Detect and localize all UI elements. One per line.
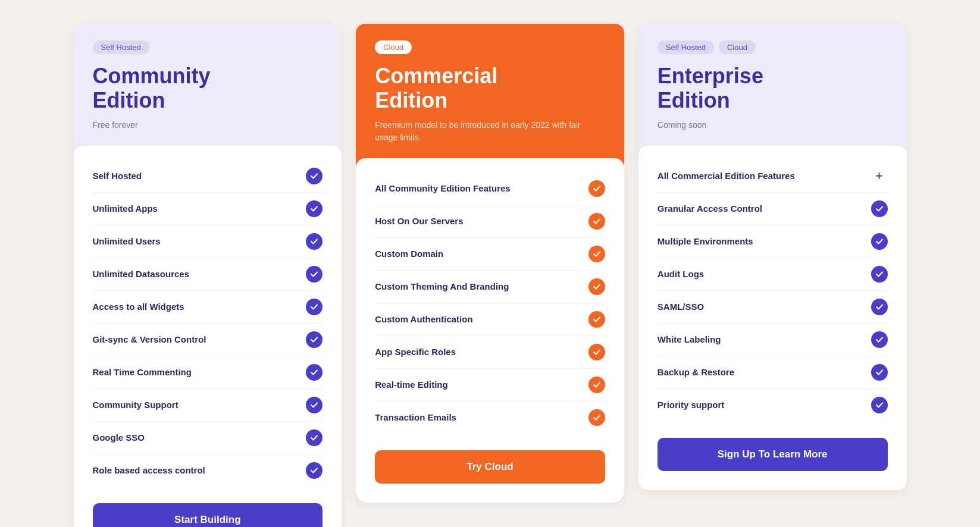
community-subtitle: Free forever: [93, 119, 323, 131]
check-icon: [306, 364, 323, 381]
list-item: White Labeling: [657, 324, 888, 356]
list-item: Host On Our Servers: [375, 205, 605, 238]
enterprise-title: EnterpriseEdition: [657, 64, 888, 113]
commercial-feature-list: All Community Edition Features Host On O…: [375, 172, 605, 434]
commercial-body: All Community Edition Features Host On O…: [356, 158, 624, 503]
enterprise-badge-selfhosted: Self Hosted: [657, 40, 714, 54]
check-icon: [588, 377, 605, 393]
enterprise-feature-list: All Commercial Edition Features + Granul…: [657, 160, 888, 421]
community-body: Self Hosted Unlimited Apps Unlimited Use…: [74, 146, 342, 527]
list-item: Unlimited Users: [93, 225, 323, 258]
list-item: All Community Edition Features: [375, 172, 605, 205]
community-card: Self Hosted CommunityEdition Free foreve…: [74, 24, 342, 527]
check-icon: [306, 462, 323, 479]
commercial-cta-button[interactable]: Try Cloud: [375, 450, 605, 484]
list-item: All Commercial Edition Features +: [657, 160, 888, 193]
list-item: Community Support: [93, 389, 323, 422]
list-item: Self Hosted: [93, 160, 323, 193]
check-icon: [871, 331, 888, 348]
enterprise-body: All Commercial Edition Features + Granul…: [638, 146, 907, 490]
check-icon: [871, 299, 888, 315]
community-title: CommunityEdition: [93, 64, 323, 113]
check-icon: [306, 429, 323, 446]
list-item: Real-time Editing: [375, 369, 605, 401]
check-icon: [306, 397, 323, 413]
enterprise-subtitle: Coming soon: [657, 119, 888, 131]
check-icon: [306, 299, 323, 315]
commercial-title: CommercialEdition: [375, 64, 605, 113]
community-feature-list: Self Hosted Unlimited Apps Unlimited Use…: [93, 160, 323, 487]
check-icon: [306, 200, 323, 217]
list-item: Custom Theming And Branding: [375, 271, 605, 303]
commercial-subtitle: Freemium model to be introduced in early…: [375, 119, 605, 144]
list-item: Priority support: [657, 389, 888, 421]
list-item: Unlimited Apps: [93, 193, 323, 225]
commercial-badge: Cloud: [375, 40, 412, 54]
enterprise-cta-button[interactable]: Sign Up To Learn More: [657, 438, 888, 471]
check-icon: [306, 168, 323, 184]
check-icon: [871, 266, 888, 283]
check-icon: [588, 180, 605, 197]
commercial-header: Cloud CommercialEdition Freemium model t…: [356, 24, 624, 158]
list-item: Custom Authentication: [375, 303, 605, 336]
list-item: Backup & Restore: [657, 356, 888, 389]
enterprise-header: Self Hosted Cloud EnterpriseEdition Comi…: [638, 24, 907, 146]
list-item: SAML/SSO: [657, 291, 888, 324]
list-item: Access to all Widgets: [93, 291, 323, 324]
check-icon: [306, 233, 323, 250]
check-icon: [871, 364, 888, 381]
list-item: Transaction Emails: [375, 401, 605, 434]
check-icon: [306, 331, 323, 348]
check-icon: [871, 233, 888, 250]
check-icon: [588, 311, 605, 328]
check-icon: [306, 266, 323, 283]
check-icon: [588, 213, 605, 230]
check-icon: [588, 409, 605, 426]
list-item: Granular Access Control: [657, 193, 888, 225]
enterprise-badge-cloud: Cloud: [719, 40, 756, 54]
check-icon: [871, 200, 888, 217]
pricing-container: Self Hosted CommunityEdition Free foreve…: [74, 24, 907, 527]
check-icon: [588, 278, 605, 295]
list-item: Audit Logs: [657, 258, 888, 291]
list-item: Custom Domain: [375, 238, 605, 271]
check-icon: [588, 344, 605, 360]
community-badge: Self Hosted: [93, 40, 149, 54]
list-item: Real Time Commenting: [93, 356, 323, 389]
community-header: Self Hosted CommunityEdition Free foreve…: [74, 24, 342, 146]
check-icon: [588, 246, 605, 262]
list-item: Role based access control: [93, 454, 323, 487]
list-item: Google SSO: [93, 422, 323, 454]
list-item: Multiple Environments: [657, 225, 888, 258]
check-icon: [871, 397, 888, 413]
plus-icon: +: [871, 168, 888, 184]
enterprise-card: Self Hosted Cloud EnterpriseEdition Comi…: [638, 24, 907, 490]
list-item: Unlimited Datasources: [93, 258, 323, 291]
list-item: Git-sync & Version Control: [93, 324, 323, 356]
list-item: App Specific Roles: [375, 336, 605, 369]
commercial-card: Cloud CommercialEdition Freemium model t…: [356, 24, 624, 503]
community-cta-button[interactable]: Start Building: [93, 503, 323, 527]
